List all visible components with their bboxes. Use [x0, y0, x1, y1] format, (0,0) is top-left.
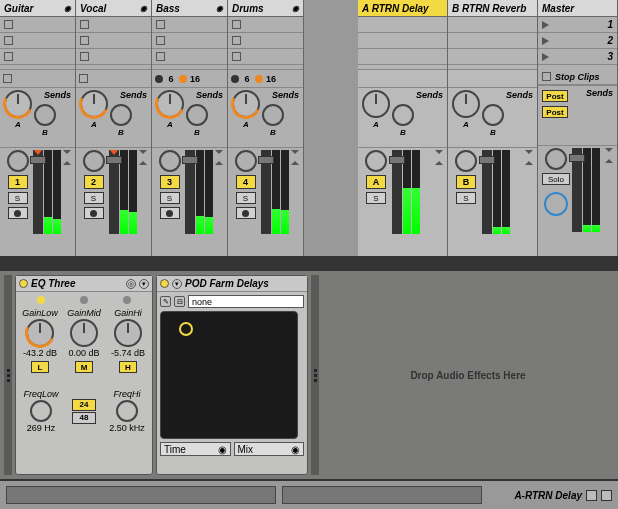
- nudge-up[interactable]: [63, 150, 71, 157]
- clip-slot[interactable]: [228, 33, 303, 49]
- track-activator[interactable]: B: [456, 175, 476, 189]
- pan-knob[interactable]: [83, 150, 105, 172]
- clip-slot[interactable]: [0, 33, 75, 49]
- arm-button[interactable]: [84, 207, 104, 219]
- fold-icon[interactable]: ◉: [64, 4, 71, 13]
- send-a-knob[interactable]: [156, 90, 184, 118]
- send-a-knob[interactable]: [80, 90, 108, 118]
- send-a-knob[interactable]: [232, 90, 260, 118]
- volume-fader[interactable]: [572, 148, 582, 232]
- mid-band-button[interactable]: M: [75, 361, 93, 373]
- unfold-icon[interactable]: ▾: [172, 279, 182, 289]
- resize-handle[interactable]: [4, 275, 12, 475]
- device-on-icon[interactable]: [19, 279, 28, 288]
- fold-icon[interactable]: ◉: [216, 4, 223, 13]
- send-a-knob[interactable]: [4, 90, 32, 118]
- scene-launch[interactable]: 3: [538, 49, 617, 65]
- pan-knob[interactable]: [235, 150, 257, 172]
- param-mix-select[interactable]: Mix◉: [234, 442, 305, 456]
- device-title-bar[interactable]: ▾ POD Farm Delays: [157, 276, 307, 292]
- track-activator[interactable]: 4: [236, 175, 256, 189]
- solo-button[interactable]: S: [236, 192, 256, 204]
- slope-24-button[interactable]: 24: [72, 399, 96, 411]
- volume-fader[interactable]: [185, 150, 195, 234]
- volume-fader[interactable]: [109, 150, 119, 234]
- arm-button[interactable]: [236, 207, 256, 219]
- solo-button[interactable]: S: [84, 192, 104, 204]
- nudge-down[interactable]: [291, 158, 299, 165]
- nudge-down[interactable]: [139, 158, 147, 165]
- scene-launch[interactable]: 2: [538, 33, 617, 49]
- plugin-display[interactable]: [160, 311, 298, 439]
- send-a-knob[interactable]: [362, 90, 390, 118]
- stop-all[interactable]: Stop Clips: [538, 69, 617, 85]
- solo-button[interactable]: S: [160, 192, 180, 204]
- send-a-knob[interactable]: [452, 90, 480, 118]
- gain-hi-knob[interactable]: [114, 319, 142, 347]
- fold-icon[interactable]: ◉: [292, 4, 299, 13]
- post-button[interactable]: Post: [542, 90, 568, 102]
- solo-button[interactable]: S: [8, 192, 28, 204]
- io-dot[interactable]: [231, 75, 239, 83]
- nudge-down[interactable]: [215, 158, 223, 165]
- clip-slot[interactable]: [76, 49, 151, 65]
- clip-slot[interactable]: [76, 17, 151, 33]
- pan-knob[interactable]: [365, 150, 387, 172]
- clip-slot[interactable]: [152, 49, 227, 65]
- cue-volume-knob[interactable]: [544, 192, 568, 216]
- io-dot[interactable]: [155, 75, 163, 83]
- track-activator[interactable]: A: [366, 175, 386, 189]
- status-field[interactable]: [6, 486, 276, 504]
- io-row[interactable]: [0, 69, 75, 87]
- drop-effects-zone[interactable]: Drop Audio Effects Here: [322, 275, 614, 475]
- track-activator[interactable]: 2: [84, 175, 104, 189]
- nudge-down[interactable]: [525, 158, 533, 165]
- track-activator[interactable]: 1: [8, 175, 28, 189]
- gain-low-knob[interactable]: [26, 319, 54, 347]
- pan-knob[interactable]: [455, 150, 477, 172]
- nudge-up[interactable]: [215, 150, 223, 157]
- volume-fader[interactable]: [33, 150, 43, 234]
- clip-slot[interactable]: [76, 33, 151, 49]
- nudge-up[interactable]: [525, 150, 533, 157]
- freq-low-knob[interactable]: [30, 400, 52, 422]
- track-header[interactable]: B RTRN Reverb: [448, 0, 537, 17]
- hot-swap-icon[interactable]: ◎: [126, 279, 136, 289]
- hi-band-button[interactable]: H: [119, 361, 137, 373]
- wrench-icon[interactable]: ✎: [160, 296, 171, 307]
- slope-48-button[interactable]: 48: [72, 412, 96, 424]
- clip-slot[interactable]: [228, 17, 303, 33]
- send-b-knob[interactable]: [262, 104, 284, 126]
- track-activator[interactable]: 3: [160, 175, 180, 189]
- post-button[interactable]: Post: [542, 106, 568, 118]
- track-header[interactable]: Drums◉: [228, 0, 303, 17]
- fold-icon[interactable]: ◉: [140, 4, 147, 13]
- nudge-down[interactable]: [605, 156, 613, 163]
- status-field[interactable]: [282, 486, 482, 504]
- track-header[interactable]: Bass◉: [152, 0, 227, 17]
- nudge-up[interactable]: [435, 150, 443, 157]
- arm-button[interactable]: [8, 207, 28, 219]
- clip-slot[interactable]: [152, 17, 227, 33]
- nudge-up[interactable]: [139, 150, 147, 157]
- track-header[interactable]: Vocal◉: [76, 0, 151, 17]
- volume-fader[interactable]: [392, 150, 402, 234]
- preset-selector[interactable]: none: [188, 295, 304, 308]
- nudge-down[interactable]: [63, 158, 71, 165]
- resize-handle[interactable]: [311, 275, 319, 475]
- volume-fader[interactable]: [261, 150, 271, 234]
- io-row[interactable]: 616: [152, 69, 227, 87]
- clip-slot[interactable]: [228, 49, 303, 65]
- io-row[interactable]: 616: [228, 69, 303, 87]
- track-header[interactable]: Guitar◉: [0, 0, 75, 17]
- key-map-icon[interactable]: [601, 490, 612, 501]
- clip-slot[interactable]: [152, 33, 227, 49]
- fader-handle[interactable]: [30, 156, 46, 164]
- volume-fader[interactable]: [482, 150, 492, 234]
- save-preset-icon[interactable]: ▾: [139, 279, 149, 289]
- pan-knob[interactable]: [7, 150, 29, 172]
- pan-knob[interactable]: [545, 148, 567, 170]
- gain-mid-knob[interactable]: [70, 319, 98, 347]
- save-icon[interactable]: ⊟: [174, 296, 185, 307]
- midi-map-icon[interactable]: [586, 490, 597, 501]
